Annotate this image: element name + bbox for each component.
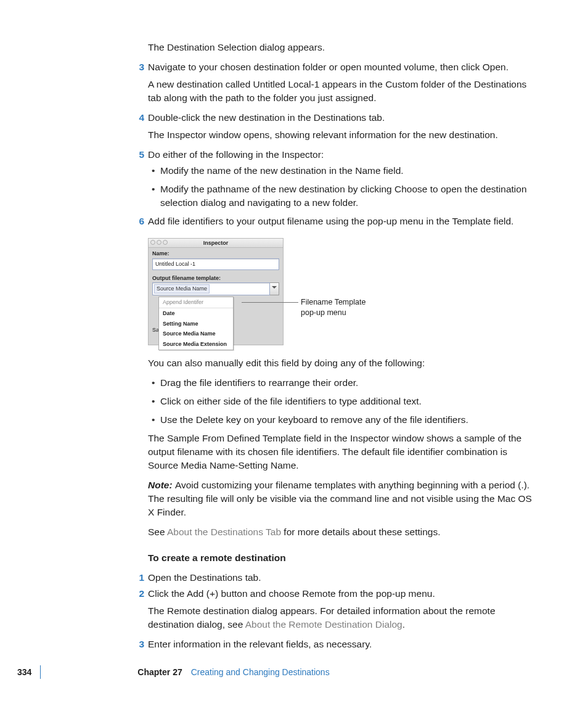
step-text: Do either of the following in the Inspec… bbox=[148, 149, 324, 160]
edit-bullet: Use the Delete key on your keyboard to r… bbox=[148, 413, 533, 427]
note-label: Note: bbox=[148, 480, 175, 490]
remote-dialog-link[interactable]: About the Remote Destination Dialog bbox=[245, 619, 402, 630]
step-5: 5 Do either of the following in the Insp… bbox=[148, 148, 533, 162]
popup-menu-item[interactable]: Setting Name bbox=[159, 319, 233, 329]
inspector-figure: Inspector Name: Untitled Local -1 Output… bbox=[148, 238, 533, 345]
note-paragraph: Note: Avoid customizing your filename te… bbox=[148, 478, 533, 519]
step-number: 3 bbox=[136, 60, 144, 74]
edit-bullet: Click on either side of the file identif… bbox=[148, 395, 533, 408]
template-popup-button[interactable] bbox=[270, 282, 279, 295]
remote-step-1: 1 Open the Destinations tab. bbox=[148, 571, 533, 585]
inspector-window: Inspector Name: Untitled Local -1 Output… bbox=[148, 238, 284, 345]
step-text: Add file identifiers to your output file… bbox=[148, 216, 513, 226]
remote-step-2-body: The Remote destination dialog appears. F… bbox=[148, 604, 533, 631]
after-figure-text: You can also manually edit this field by… bbox=[148, 356, 533, 370]
see-pre: See bbox=[148, 527, 167, 537]
inspector-titlebar: Inspector bbox=[149, 239, 283, 248]
see-post: for more details about these settings. bbox=[281, 527, 440, 537]
filename-token[interactable]: Source Media Name bbox=[154, 284, 210, 293]
step-number: 2 bbox=[136, 587, 144, 601]
template-field[interactable]: Source Media Name bbox=[152, 282, 270, 295]
destinations-tab-link[interactable]: About the Destinations Tab bbox=[167, 527, 281, 537]
popup-heading: Append Identifer bbox=[159, 297, 233, 308]
callout-line1: Filename Template bbox=[301, 297, 365, 308]
step-number: 5 bbox=[136, 148, 144, 162]
callout-leader-line bbox=[242, 302, 298, 303]
step-text: Click the Add (+) button and choose Remo… bbox=[148, 588, 435, 599]
see-also: See About the Destinations Tab for more … bbox=[148, 525, 533, 539]
callout-line2: pop-up menu bbox=[301, 308, 365, 318]
step-5-bullet: Modify the pathname of the new destinati… bbox=[148, 183, 533, 210]
template-label: Output filename template: bbox=[149, 273, 283, 283]
popup-menu-item[interactable]: Date bbox=[159, 308, 233, 319]
note-body: Avoid customizing your filename template… bbox=[148, 480, 532, 517]
r2-post: . bbox=[402, 619, 405, 630]
chapter-title: Creating and Changing Destinations bbox=[191, 667, 330, 677]
window-title: Inspector bbox=[203, 240, 229, 246]
step-number: 1 bbox=[136, 571, 144, 585]
remote-step-2: 2 Click the Add (+) button and choose Re… bbox=[148, 587, 533, 601]
name-field[interactable]: Untitled Local -1 bbox=[152, 258, 279, 270]
step-text: Enter information in the relevant fields… bbox=[148, 639, 372, 649]
traffic-lights bbox=[150, 240, 168, 245]
step-text: Navigate to your chosen destination fold… bbox=[148, 62, 508, 72]
close-icon[interactable] bbox=[150, 240, 155, 245]
chapter-label: Chapter 27 bbox=[137, 667, 182, 677]
step-6: 6 Add file identifiers to your output fi… bbox=[148, 215, 533, 228]
filename-template-popup: Append Identifer Date Setting Name Sourc… bbox=[158, 297, 234, 350]
page-body: The Destination Selection dialog appears… bbox=[148, 41, 533, 651]
step-4-body: The Inspector window opens, showing rele… bbox=[148, 128, 533, 142]
remote-step-3: 3 Enter information in the relevant fiel… bbox=[148, 638, 533, 651]
page-number: 334 bbox=[17, 667, 39, 677]
step-number: 4 bbox=[136, 111, 144, 125]
intro-text: The Destination Selection dialog appears… bbox=[148, 41, 533, 54]
step-number: 6 bbox=[136, 215, 144, 228]
step-3: 3 Navigate to your chosen destination fo… bbox=[148, 60, 533, 74]
sample-paragraph: The Sample From Defined Template field i… bbox=[148, 432, 533, 472]
step-text: Double-click the new destination in the … bbox=[148, 112, 385, 123]
edit-bullet: Drag the file identifiers to rearrange t… bbox=[148, 376, 533, 390]
step-5-bullet: Modify the name of the new destination i… bbox=[148, 164, 533, 178]
figure-callout: Filename Template pop-up menu bbox=[301, 297, 365, 318]
zoom-icon[interactable] bbox=[163, 240, 168, 245]
remote-heading: To create a remote destination bbox=[148, 551, 533, 565]
name-label: Name: bbox=[149, 248, 283, 258]
page-footer: 334 Chapter 27 Creating and Changing Des… bbox=[40, 665, 545, 679]
step-text: Open the Destinations tab. bbox=[148, 572, 261, 583]
minimize-icon[interactable] bbox=[157, 240, 161, 245]
step-number: 3 bbox=[136, 638, 144, 651]
step-3-body: A new destination called Untitled Local-… bbox=[148, 78, 533, 105]
popup-menu-item[interactable]: Source Media Name bbox=[159, 329, 233, 339]
step-4: 4 Double-click the new destination in th… bbox=[148, 111, 533, 125]
popup-menu-item[interactable]: Source Media Extension bbox=[159, 339, 233, 350]
